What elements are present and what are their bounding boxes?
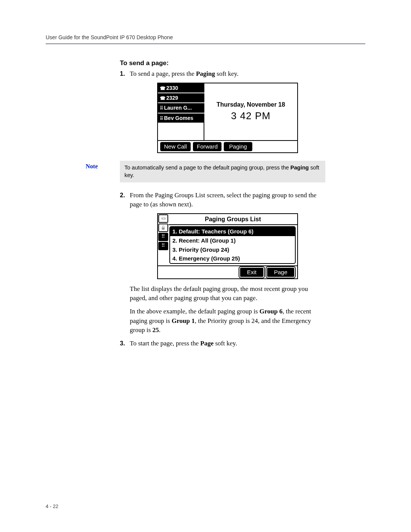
step-1: To send a page, press the Paging soft ke… bbox=[120, 69, 325, 153]
paging-item-default[interactable]: 1. Default: Teachers (Group 6) bbox=[170, 227, 295, 236]
paging-item-recent[interactable]: 2. Recent: All (Group 1) bbox=[170, 236, 295, 245]
contact-icon bbox=[160, 104, 164, 112]
ex-t1: In the above example, the default paging… bbox=[130, 308, 260, 315]
ex-t4: . bbox=[159, 326, 161, 334]
line-2-label: 2329 bbox=[166, 94, 178, 102]
note-text-bold: Paging bbox=[290, 165, 309, 171]
page-header: User Guide for the SoundPoint IP 670 Des… bbox=[46, 34, 365, 44]
page-number: 4 - 22 bbox=[46, 503, 58, 509]
line-key-2[interactable]: 2329 bbox=[158, 93, 204, 103]
note-body: To automatically send a page to the defa… bbox=[120, 161, 325, 182]
line-3-label: Lauren G... bbox=[164, 104, 192, 112]
paging-list: 1. Default: Teachers (Group 6) 2. Recent… bbox=[169, 226, 296, 264]
paging-item-emergency[interactable]: 4. Emergency (Group 25) bbox=[170, 254, 295, 263]
phone-screen-home: 2330 2329 Lauren G... Bev Gomes Thursday… bbox=[157, 83, 298, 153]
step-2: From the Paging Groups List screen, sele… bbox=[120, 191, 325, 335]
ex-b3: 25 bbox=[153, 326, 159, 334]
step1-post: soft key. bbox=[215, 70, 239, 77]
step2-text: From the Paging Groups List screen, sele… bbox=[130, 192, 317, 208]
step1-text: To send a page, press the bbox=[130, 70, 196, 77]
softkey-paging[interactable]: Paging bbox=[224, 142, 252, 151]
ex-b1: Group 6 bbox=[260, 308, 283, 315]
step3-pre: To start the page, press the bbox=[130, 340, 200, 347]
softkey-page[interactable]: Page bbox=[266, 267, 295, 278]
grid-icon bbox=[158, 242, 168, 250]
phone-screen-paging-list: Paging Groups List 1. Default: Teachers … bbox=[157, 213, 298, 279]
home-time: 3 42 PM bbox=[231, 109, 271, 123]
paging-list-title: Paging Groups List bbox=[169, 214, 297, 225]
step3-post: soft key. bbox=[213, 340, 237, 347]
line-4-label: Bev Gomes bbox=[164, 114, 193, 122]
line-key-4[interactable]: Bev Gomes bbox=[158, 113, 204, 123]
note-callout: Note To automatically send a page to the… bbox=[86, 161, 325, 182]
section-title: To send a page: bbox=[120, 59, 325, 67]
softkey-forward[interactable]: Forward bbox=[193, 142, 221, 151]
softkey-new-call[interactable]: New Call bbox=[160, 142, 191, 151]
step1-bold: Paging bbox=[196, 70, 215, 77]
grid-icon bbox=[158, 233, 168, 241]
home-date: Thursday, November 18 bbox=[217, 100, 285, 109]
note-label: Note bbox=[86, 161, 120, 182]
step3-bold: Page bbox=[200, 340, 213, 347]
line-1-label: 2330 bbox=[166, 84, 178, 92]
line-key-1[interactable]: 2330 bbox=[158, 83, 204, 93]
contact-icon bbox=[160, 114, 164, 122]
softkey-exit[interactable]: Exit bbox=[239, 267, 264, 278]
lock-icon bbox=[158, 224, 168, 232]
para-example: In the above example, the default paging… bbox=[130, 307, 325, 335]
phone-icon bbox=[160, 94, 166, 102]
ex-b2: Group 1 bbox=[172, 317, 195, 324]
folder-icon bbox=[158, 214, 168, 223]
para-list-desc: The list displays the default paging gro… bbox=[130, 284, 325, 303]
note-text-pre: To automatically send a page to the defa… bbox=[124, 165, 290, 171]
step-3: To start the page, press the Page soft k… bbox=[120, 339, 325, 348]
line-key-3[interactable]: Lauren G... bbox=[158, 103, 204, 113]
paging-item-priority[interactable]: 3. Priority (Group 24) bbox=[170, 245, 295, 254]
phone-icon bbox=[160, 84, 166, 92]
